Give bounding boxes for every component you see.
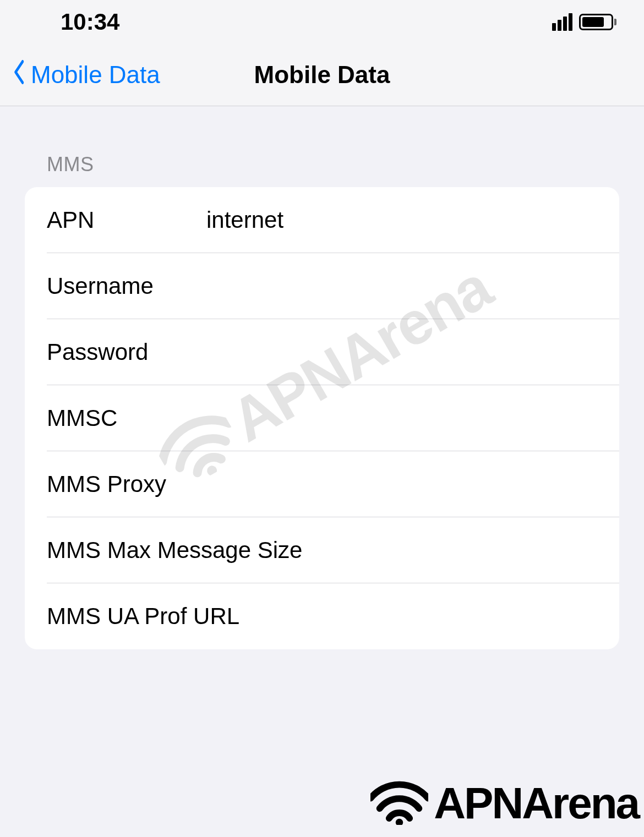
page-title: Mobile Data: [254, 61, 390, 89]
row-apn[interactable]: APN: [25, 187, 619, 253]
chevron-left-icon: [13, 59, 24, 90]
row-username[interactable]: Username: [25, 253, 619, 319]
nav-bar: Mobile Data Mobile Data: [0, 44, 644, 106]
svg-point-1: [396, 819, 403, 825]
label-apn: APN: [47, 207, 206, 233]
watermark-text: APNArena: [434, 778, 638, 829]
back-label: Mobile Data: [31, 61, 160, 89]
row-mmsc[interactable]: MMSC: [25, 385, 619, 451]
label-username: Username: [47, 273, 206, 299]
row-mms-max-size[interactable]: MMS Max Message Size: [25, 517, 619, 583]
input-password[interactable]: [206, 339, 597, 365]
input-mms-max-size[interactable]: [302, 537, 597, 564]
row-mms-proxy[interactable]: MMS Proxy: [25, 451, 619, 517]
section-header-mms: MMS: [25, 106, 619, 187]
row-mms-ua-prof[interactable]: MMS UA Prof URL: [25, 583, 619, 649]
wifi-icon: [370, 780, 428, 827]
back-button[interactable]: Mobile Data: [11, 59, 160, 90]
input-apn[interactable]: [206, 207, 597, 233]
label-mms-ua-prof: MMS UA Prof URL: [47, 603, 239, 630]
battery-icon: [579, 14, 616, 30]
input-username[interactable]: [206, 273, 597, 299]
settings-group: APN Username Password MMSC MMS Proxy MMS…: [25, 187, 619, 649]
input-mmsc[interactable]: [206, 405, 597, 431]
status-bar: 10:34: [0, 0, 644, 44]
input-mms-proxy[interactable]: [206, 471, 597, 497]
content: MMS APN Username Password MMSC MMS Proxy…: [0, 106, 644, 649]
watermark-bottom: APNArena: [370, 778, 638, 829]
label-mms-max-size: MMS Max Message Size: [47, 537, 302, 564]
label-mmsc: MMSC: [47, 405, 206, 431]
cellular-signal-icon: [552, 13, 572, 31]
input-mms-ua-prof[interactable]: [239, 603, 597, 630]
label-password: Password: [47, 339, 206, 365]
label-mms-proxy: MMS Proxy: [47, 471, 206, 497]
row-password[interactable]: Password: [25, 319, 619, 385]
status-right: [552, 13, 616, 31]
status-time: 10:34: [61, 9, 119, 35]
